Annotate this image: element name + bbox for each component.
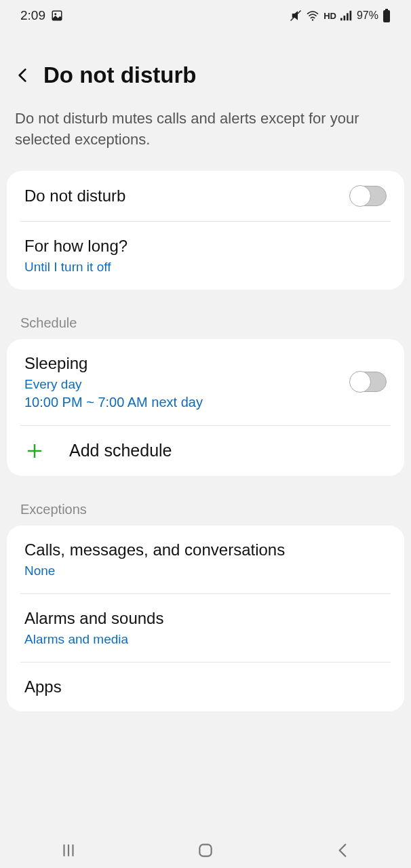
schedule-card: Sleeping Every day 10:00 PM ~ 7:00 AM ne… xyxy=(7,339,404,476)
add-schedule-row[interactable]: Add schedule xyxy=(7,426,404,476)
nav-back-icon[interactable] xyxy=(334,842,351,859)
svg-rect-8 xyxy=(385,9,388,10)
alarms-label: Alarms and sounds xyxy=(24,609,387,628)
svg-rect-4 xyxy=(340,18,342,21)
svg-rect-7 xyxy=(349,11,351,20)
svg-rect-15 xyxy=(199,844,211,856)
svg-point-1 xyxy=(54,13,56,15)
plus-icon xyxy=(24,441,45,461)
sleeping-row[interactable]: Sleeping Every day 10:00 PM ~ 7:00 AM ne… xyxy=(7,339,404,425)
duration-value: Until I turn it off xyxy=(24,260,387,275)
battery-percent: 97% xyxy=(357,9,378,22)
battery-icon xyxy=(383,9,391,22)
sleeping-label: Sleeping xyxy=(24,354,350,373)
dnd-label: Do not disturb xyxy=(24,186,350,205)
network-hd-label: HD xyxy=(324,11,336,21)
schedule-section-label: Schedule xyxy=(0,298,411,339)
duration-label: For how long? xyxy=(24,237,387,256)
svg-rect-6 xyxy=(347,13,349,20)
recents-icon[interactable] xyxy=(60,842,77,859)
duration-row[interactable]: For how long? Until I turn it off xyxy=(7,222,404,290)
svg-rect-9 xyxy=(383,10,390,22)
exceptions-section-label: Exceptions xyxy=(0,484,411,526)
calls-row[interactable]: Calls, messages, and conversations None xyxy=(7,526,404,593)
page-description: Do not disturb mutes calls and alerts ex… xyxy=(0,102,411,171)
photo-icon xyxy=(51,9,63,22)
svg-rect-5 xyxy=(343,16,345,20)
apps-label: Apps xyxy=(24,677,387,696)
apps-row[interactable]: Apps xyxy=(7,663,404,711)
wifi-icon xyxy=(306,10,319,21)
alarms-row[interactable]: Alarms and sounds Alarms and media xyxy=(7,594,404,662)
svg-point-3 xyxy=(312,19,313,20)
dnd-card: Do not disturb For how long? Until I tur… xyxy=(7,171,404,290)
page-title: Do not disturb xyxy=(43,62,196,88)
status-time: 2:09 xyxy=(20,8,45,23)
status-bar: 2:09 HD 97% xyxy=(0,0,411,28)
dnd-toggle[interactable] xyxy=(350,186,387,206)
home-icon[interactable] xyxy=(197,842,214,859)
mute-icon xyxy=(290,9,302,22)
sleeping-toggle[interactable] xyxy=(350,372,387,392)
back-icon[interactable] xyxy=(14,65,31,85)
nav-bar xyxy=(0,833,411,868)
sleeping-time: 10:00 PM ~ 7:00 AM next day xyxy=(24,395,350,410)
alarms-value: Alarms and media xyxy=(24,632,387,647)
sleeping-days: Every day xyxy=(24,377,350,392)
dnd-toggle-row[interactable]: Do not disturb xyxy=(7,171,404,221)
exceptions-card: Calls, messages, and conversations None … xyxy=(7,526,404,711)
add-schedule-label: Add schedule xyxy=(69,441,172,460)
calls-label: Calls, messages, and conversations xyxy=(24,540,387,559)
calls-value: None xyxy=(24,564,387,578)
signal-icon xyxy=(340,10,353,21)
